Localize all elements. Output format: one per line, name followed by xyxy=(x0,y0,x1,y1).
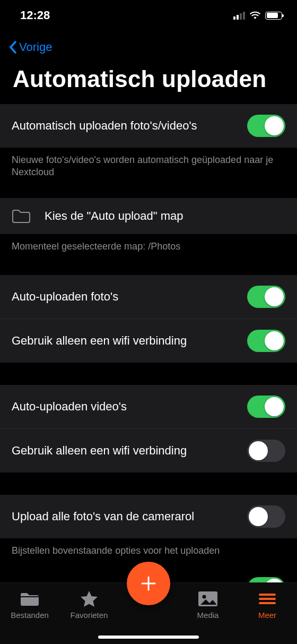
svg-rect-5 xyxy=(259,602,276,604)
auto-upload-videos-label: Auto-uploaden video's xyxy=(12,400,247,414)
add-button[interactable] xyxy=(127,562,170,605)
tab-favorites[interactable]: Favorieten xyxy=(59,589,119,620)
choose-folder-label: Kies de "Auto upload" map xyxy=(45,209,285,223)
videos-wifi-label: Gebruik alleen een wifi verbinding xyxy=(12,444,247,458)
back-button[interactable]: Vorige xyxy=(0,31,297,64)
svg-rect-0 xyxy=(21,596,39,597)
upload-cameraroll-label: Upload alle foto's van de camerarol xyxy=(12,510,247,523)
image-tab-icon xyxy=(197,589,219,608)
videos-wifi-toggle[interactable] xyxy=(247,440,285,462)
status-time: 12:28 xyxy=(20,8,50,22)
plus-icon xyxy=(139,574,158,593)
folder-tab-icon xyxy=(19,589,40,608)
upload-cameraroll-toggle[interactable] xyxy=(247,505,285,528)
tab-files-label: Bestanden xyxy=(11,611,49,620)
svg-rect-4 xyxy=(259,598,276,600)
tab-favorites-label: Favorieten xyxy=(71,611,108,620)
tab-more[interactable]: Meer xyxy=(238,589,297,620)
photos-wifi-label: Gebruik alleen een wifi verbinding xyxy=(12,334,247,348)
folder-footer: Momenteel geselecteerde map: /Photos xyxy=(0,234,297,261)
auto-upload-videos-row[interactable]: Auto-uploaden video's xyxy=(0,385,297,428)
wifi-icon xyxy=(249,11,261,20)
auto-upload-toggle-row[interactable]: Automatisch uploaden foto's/video's xyxy=(0,104,297,148)
tab-media[interactable]: Media xyxy=(178,589,238,620)
battery-icon xyxy=(265,12,282,20)
auto-upload-videos-toggle[interactable] xyxy=(247,396,285,418)
folder-icon xyxy=(12,209,31,224)
back-label: Vorige xyxy=(19,40,52,54)
menu-tab-icon xyxy=(257,589,278,608)
photos-wifi-toggle[interactable] xyxy=(247,330,285,352)
tab-media-label: Media xyxy=(197,611,219,620)
auto-upload-toggle[interactable] xyxy=(247,115,285,137)
auto-upload-photos-label: Auto-uploaden foto's xyxy=(12,290,247,304)
photos-wifi-row[interactable]: Gebruik alleen een wifi verbinding xyxy=(0,319,297,363)
star-tab-icon xyxy=(78,589,100,608)
tab-files[interactable]: Bestanden xyxy=(0,589,59,620)
status-indicators xyxy=(233,11,282,20)
auto-upload-photos-row[interactable]: Auto-uploaden foto's xyxy=(0,275,297,319)
videos-wifi-row[interactable]: Gebruik alleen een wifi verbinding xyxy=(0,428,297,473)
page-title: Automatisch uploaden xyxy=(0,64,297,104)
auto-upload-photos-toggle[interactable] xyxy=(247,286,285,308)
chevron-left-icon xyxy=(8,41,17,54)
tab-more-label: Meer xyxy=(258,611,276,620)
upload-cameraroll-row[interactable]: Upload alle foto's van de camerarol xyxy=(0,495,297,538)
home-indicator[interactable] xyxy=(98,636,199,639)
auto-upload-label: Automatisch uploaden foto's/video's xyxy=(12,119,247,133)
choose-folder-row[interactable]: Kies de "Auto upload" map xyxy=(0,198,297,234)
tab-bar: Bestanden Favorieten Media M xyxy=(0,582,297,644)
svg-rect-3 xyxy=(259,594,276,596)
cellular-icon xyxy=(233,11,245,20)
auto-upload-footer: Nieuwe foto's/video's worden automatisch… xyxy=(0,148,297,187)
svg-point-2 xyxy=(203,595,206,599)
status-bar: 12:28 xyxy=(0,0,297,31)
